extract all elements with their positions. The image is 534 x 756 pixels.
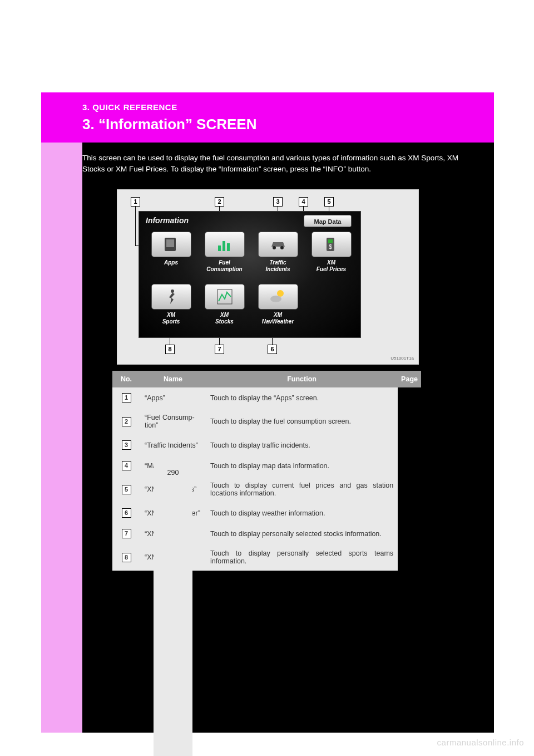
page-body: This screen can be used to display the f…	[41, 92, 494, 733]
cars-icon	[258, 232, 298, 257]
svg-rect-4	[227, 243, 230, 251]
intro-text: This screen can be used to display the f…	[82, 153, 483, 174]
row-name: “Apps”	[140, 387, 206, 408]
row-name: “Fuel Consump­tion”	[140, 408, 206, 435]
apps-label: Apps	[145, 259, 197, 266]
xm-fuel-prices-tile[interactable]: $ XMFuel Prices	[305, 232, 358, 272]
callout-1: 1	[131, 197, 140, 207]
leader-line	[135, 207, 136, 246]
callout-3: 3	[273, 197, 283, 207]
callout-2: 2	[215, 197, 224, 207]
callout-6: 6	[268, 345, 277, 354]
svg-point-12	[277, 290, 284, 297]
col-name: Name	[140, 371, 206, 387]
svg-text:$: $	[329, 244, 332, 250]
table-row: 2 “Fuel Consump­tion” Touch to display t…	[112, 408, 421, 435]
row-function: Touch to display current fuel prices and…	[206, 476, 398, 503]
row-function: Touch to display the fuel consumption sc…	[206, 408, 398, 435]
traffic-incidents-tile[interactable]: TrafficIncidents	[251, 232, 304, 272]
breadcrumb: 3. QUICK REFERENCE	[82, 102, 177, 112]
row-number: 7	[122, 529, 131, 538]
row-page: 290	[154, 463, 192, 756]
watermark: carmanualsonline.info	[437, 738, 524, 747]
table-row: 3 “Traffic Incidents” Touch to display t…	[112, 435, 421, 455]
runner-icon	[151, 284, 191, 310]
svg-point-6	[280, 246, 284, 249]
col-no: No.	[112, 371, 140, 387]
panel-title: Information	[146, 216, 189, 225]
xm-stocks-tile[interactable]: XMStocks	[198, 284, 251, 325]
col-page: Page	[398, 371, 421, 387]
sports-label: XMSports	[145, 312, 197, 325]
svg-point-10	[171, 289, 174, 293]
page-title: 3. “Information” SCREEN	[82, 116, 256, 133]
row-number: 6	[122, 508, 131, 518]
row-number: 2	[122, 417, 131, 426]
fuel-pump-icon: $	[312, 232, 352, 257]
row-number: 1	[122, 393, 131, 402]
svg-rect-8	[328, 239, 333, 243]
apps-icon	[151, 232, 191, 257]
row-number: 5	[122, 485, 131, 494]
callout-5: 5	[324, 197, 334, 207]
weather-label: XMNavWeather	[251, 312, 304, 325]
line-chart-icon	[205, 284, 245, 310]
xm-navweather-tile[interactable]: XMNavWeather	[251, 284, 304, 325]
xm-sports-tile[interactable]: XMSports	[145, 284, 197, 325]
icon-grid: Apps FuelConsumption TrafficIncidents	[144, 230, 356, 333]
svg-rect-2	[218, 246, 221, 251]
svg-rect-3	[222, 241, 225, 251]
row-function: Touch to display personally selected spo…	[206, 544, 398, 571]
svg-point-13	[270, 296, 281, 302]
row-function: Touch to display traffic incidents.	[206, 435, 398, 455]
fuel-consumption-tile[interactable]: FuelConsumption	[198, 232, 251, 272]
row-function: Touch to display the “Apps” screen.	[206, 387, 398, 408]
callout-4: 4	[299, 197, 308, 207]
row-number: 3	[122, 440, 131, 450]
row-function: Touch to display map data information.	[206, 455, 398, 476]
svg-point-5	[273, 246, 276, 249]
infotainment-panel: Information Map Data Apps FuelConsumptio…	[139, 211, 361, 338]
apps-tile[interactable]: Apps	[145, 232, 197, 266]
callout-8: 8	[165, 345, 175, 354]
xmfuel-label: XMFuel Prices	[305, 259, 358, 272]
page-header: 3. QUICK REFERENCE 3. “Information” SCRE…	[41, 92, 494, 143]
row-name: “Traffic Incidents”	[140, 435, 206, 455]
row-function: Touch to display personally selected sto…	[206, 523, 398, 544]
map-data-button[interactable]: Map Data	[304, 215, 352, 227]
traffic-label: TrafficIncidents	[251, 259, 304, 272]
bar-chart-icon	[205, 232, 245, 257]
image-code: U51001T1a	[390, 356, 414, 361]
table-row: 1 “Apps” Touch to display the “Apps” scr…	[112, 387, 421, 408]
information-screenshot: 1 2 3 4 5 8 7 6 Information Map Data	[117, 189, 419, 365]
fuel-label: FuelConsumption	[198, 259, 251, 272]
col-func: Function	[206, 371, 398, 387]
stocks-label: XMStocks	[198, 312, 251, 325]
row-number: 4	[122, 461, 131, 470]
table-row: 8 “XM Sports” Touch to display personall…	[112, 544, 421, 571]
row-number: 8	[122, 553, 131, 562]
reference-table: No. Name Function Page 1 “Apps” Touch to…	[112, 371, 421, 571]
sun-cloud-icon	[258, 284, 298, 310]
callout-7: 7	[215, 345, 224, 354]
left-margin-bar	[41, 92, 82, 733]
svg-rect-1	[166, 239, 174, 247]
row-function: Touch to display weather information.	[206, 503, 398, 523]
svg-rect-11	[217, 289, 232, 304]
